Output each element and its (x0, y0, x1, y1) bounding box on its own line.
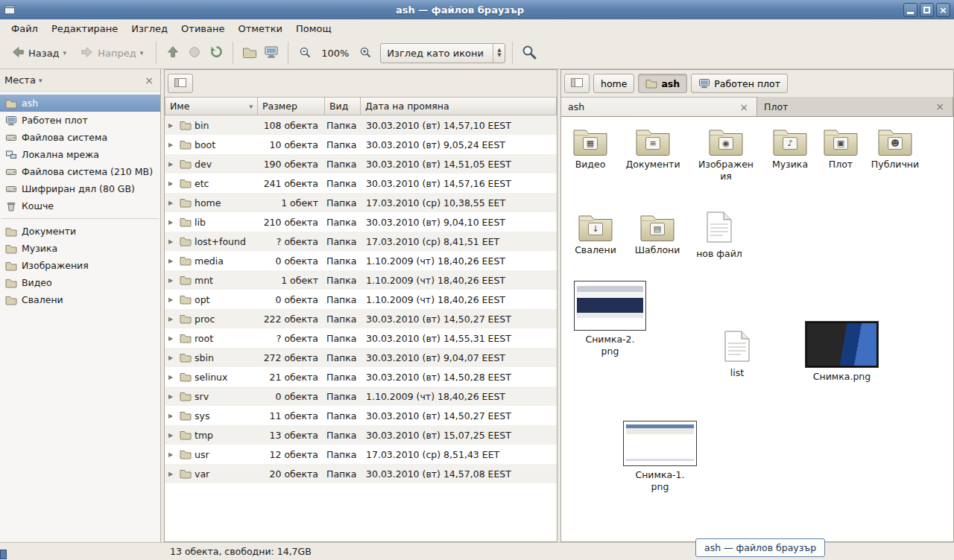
zoom-in-button[interactable] (356, 43, 375, 63)
menu-go[interactable]: Отиване (174, 21, 231, 36)
expander-icon[interactable]: ▶ (168, 335, 177, 342)
place-pictures[interactable]: Изображения (0, 257, 160, 274)
spinner-arrows-icon[interactable]: ▲▼ (493, 44, 505, 63)
table-row[interactable]: ▶lost+found? обектаПапка17.03.2010 (ср) … (165, 232, 557, 251)
close-button[interactable]: × (936, 3, 950, 17)
forward-button[interactable]: Напред ▾ (75, 41, 149, 66)
table-row[interactable]: ▶srv0 обектаПапка1.10.2009 (чт) 18,40,26… (165, 386, 557, 406)
taskbar-window-button[interactable]: ash — файлов браузър (695, 538, 825, 557)
expander-icon[interactable]: ▶ (168, 296, 177, 303)
place-filesystem-210mb[interactable]: Файлова система (210 MB) (0, 163, 160, 180)
column-type[interactable]: Вид (325, 97, 361, 115)
icon-downloads[interactable]: ↓Свалени (561, 213, 630, 256)
table-row[interactable]: ▶dev190 обектаПапка30.03.2010 (вт) 14,51… (165, 154, 557, 174)
table-row[interactable]: ▶opt0 обектаПапка1.10.2009 (чт) 18,40,26… (165, 290, 557, 309)
expander-icon[interactable]: ▶ (168, 122, 177, 129)
table-row[interactable]: ▶boot10 обектаПапка30.03.2010 (вт) 9,05,… (165, 135, 557, 154)
expander-icon[interactable]: ▶ (168, 471, 177, 477)
tab-close-icon[interactable]: × (738, 101, 750, 113)
icon-list-file[interactable]: list (703, 330, 771, 379)
table-row[interactable]: ▶media0 обектаПапка1.10.2009 (чт) 18,40,… (165, 251, 557, 270)
expander-icon[interactable]: ▶ (168, 354, 177, 361)
maximize-button[interactable] (920, 3, 934, 17)
icon-new-file[interactable]: нов файл (685, 211, 754, 260)
table-row[interactable]: ▶tmp13 обектаПапка30.03.2010 (вт) 15,07,… (165, 425, 557, 445)
place-videos[interactable]: Видео (0, 274, 160, 291)
sidebar-title[interactable]: Места (4, 74, 36, 86)
search-button[interactable] (519, 43, 539, 63)
sidebar-close-icon[interactable]: × (142, 74, 156, 86)
icon-templates[interactable]: ▤Шаблони (623, 213, 692, 256)
icon-videos[interactable]: ▦Видео (561, 127, 625, 171)
menu-bookmarks[interactable]: Отметки (231, 21, 288, 36)
place-local-network[interactable]: Локална мрежа (0, 146, 160, 163)
expander-icon[interactable]: ▶ (168, 374, 177, 381)
place-downloads[interactable]: Свалени (0, 291, 160, 308)
place-encrypted-80gb[interactable]: Шифриран дял (80 GB) (0, 180, 160, 197)
table-row[interactable]: ▶etc241 обектаПапка30.03.2010 (вт) 14,57… (165, 174, 557, 193)
expander-icon[interactable]: ▶ (168, 141, 177, 148)
zoom-out-button[interactable] (295, 43, 315, 63)
place-documents[interactable]: Документи (0, 223, 160, 240)
table-row[interactable]: ▶sys11 обектаПапка30.03.2010 (вт) 14,50,… (165, 406, 557, 425)
place-music[interactable]: Музика (0, 240, 160, 257)
menu-help[interactable]: Помощ (289, 21, 338, 36)
tab-close-icon[interactable]: × (934, 101, 946, 112)
expander-icon[interactable]: ▶ (168, 451, 177, 458)
location-toggle-button[interactable] (564, 74, 590, 93)
expander-icon[interactable]: ▶ (168, 393, 177, 400)
table-row[interactable]: ▶home1 обектПапка17.03.2010 (ср) 10,38,5… (165, 193, 557, 212)
path-home[interactable]: home (593, 74, 634, 93)
thumb-snimka-1[interactable]: Снимка-1. png (622, 421, 698, 492)
icon-documents[interactable]: ≡Документи (619, 127, 687, 171)
table-row[interactable]: ▶usr12 обектаПапка17.03.2010 (ср) 8,51,4… (165, 445, 557, 464)
column-name[interactable]: Име▾ (165, 97, 258, 115)
expander-icon[interactable]: ▶ (168, 238, 177, 245)
table-row[interactable]: ▶root? обектаПапка30.03.2010 (вт) 14,55,… (165, 328, 557, 348)
expander-icon[interactable]: ▶ (168, 161, 177, 168)
column-size[interactable]: Размер (258, 97, 325, 115)
table-row[interactable]: ▶selinux21 обектаПапка30.03.2010 (вт) 14… (165, 367, 557, 386)
thumb-snimka[interactable]: Снимка.png (804, 321, 879, 383)
expander-icon[interactable]: ▶ (168, 316, 177, 322)
table-row[interactable]: ▶proc222 обектаПапка30.03.2010 (вт) 14,5… (165, 309, 557, 328)
menu-edit[interactable]: Редактиране (45, 21, 124, 36)
thumb-snimka-2[interactable]: Снимка-2. png (573, 281, 647, 357)
expander-icon[interactable]: ▶ (168, 413, 177, 419)
table-row[interactable]: ▶lib210 обектаПапка30.03.2010 (вт) 9,04,… (165, 212, 557, 232)
tab-ash[interactable]: ash× (561, 97, 757, 116)
expander-icon[interactable]: ▶ (168, 180, 177, 187)
up-button[interactable] (163, 43, 183, 63)
reload-button[interactable] (206, 43, 226, 63)
menu-view[interactable]: Изглед (124, 21, 174, 36)
minimize-button[interactable] (903, 3, 917, 17)
place-trash[interactable]: Кошче (0, 197, 160, 214)
column-date[interactable]: Дата на промяна (361, 97, 557, 115)
table-row[interactable]: ▶sbin272 обектаПапка30.03.2010 (вт) 9,04… (165, 348, 557, 367)
stop-button[interactable] (185, 43, 204, 63)
path-desktop[interactable]: Работен плот (691, 74, 788, 93)
expander-icon[interactable]: ▶ (168, 432, 177, 439)
path-ash[interactable]: ash (638, 74, 687, 93)
table-row[interactable]: ▶mnt1 обектПапка1.10.2009 (чт) 18,40,26 … (165, 270, 557, 290)
place-home-ash[interactable]: ash (0, 95, 160, 112)
place-desktop[interactable]: Работен плот (0, 112, 160, 129)
expander-icon[interactable]: ▶ (168, 258, 177, 264)
back-button[interactable]: Назад ▾ (5, 41, 72, 66)
expander-icon[interactable]: ▶ (168, 219, 177, 226)
view-mode-select[interactable]: Изглед като икони ▲▼ (380, 43, 505, 63)
pane-toggle-button[interactable] (168, 74, 193, 93)
computer-button[interactable] (262, 43, 281, 63)
table-row[interactable]: ▶var20 обектаПапка30.03.2010 (вт) 14,57,… (165, 464, 557, 483)
expander-icon[interactable]: ▶ (168, 200, 177, 206)
table-row[interactable]: ▶bin108 обектаПапка30.03.2010 (вт) 14,57… (165, 115, 557, 135)
home-button[interactable] (240, 43, 259, 63)
place-filesystem[interactable]: Файлова система (0, 129, 160, 146)
expander-icon[interactable]: ▶ (168, 277, 177, 284)
chevron-down-icon[interactable]: ▾ (39, 77, 42, 84)
icon-pictures[interactable]: ◉Изображен ия (692, 127, 760, 182)
tab-plot[interactable]: Плот× (757, 97, 953, 116)
icon-public[interactable]: ☻Публични (861, 127, 929, 171)
menu-file[interactable]: Файл (4, 21, 45, 36)
icon-view[interactable]: ▦Видео≡Документи◉Изображен ия♪Музика▣Пло… (561, 117, 953, 541)
